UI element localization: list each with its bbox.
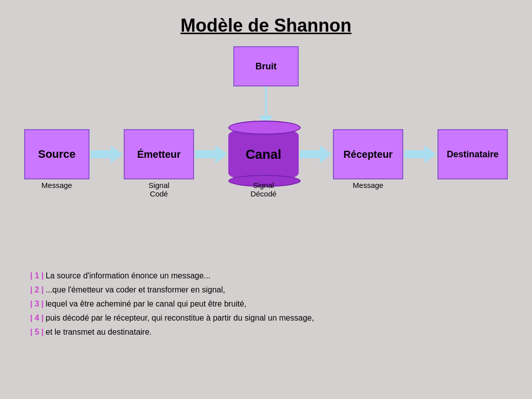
- info-list: | 1 |La source d'information énonce un m…: [30, 271, 512, 342]
- arrow-shaft-2: [195, 150, 215, 158]
- arrow-source-emetteur: [91, 145, 123, 163]
- label-signal-decode: SignalDécodé: [228, 181, 299, 198]
- emetteur-label: Émetteur: [137, 149, 181, 160]
- diagram-area: Bruit Source Émetteur Canal: [0, 41, 532, 222]
- info-number: | 4 |: [30, 314, 44, 323]
- info-text: puis décodé par le récepteur, qui recons…: [46, 314, 314, 323]
- source-label: Source: [38, 148, 76, 161]
- canal-container: Canal: [228, 127, 299, 182]
- destinataire-box: Destinataire: [437, 129, 508, 179]
- info-number: | 3 |: [30, 300, 44, 309]
- info-text: lequel va être acheminé par le canal qui…: [46, 300, 246, 309]
- arrow-head-4: [424, 145, 436, 163]
- main-row: Source Émetteur Canal Récept: [0, 127, 532, 182]
- info-text: La source d'information énonce un messag…: [46, 271, 211, 280]
- info-text: ...que l'émetteur va coder et transforme…: [46, 285, 225, 294]
- info-number: | 2 |: [30, 285, 44, 294]
- arrow-shaft-3: [300, 150, 320, 158]
- label-message1: Message: [24, 181, 90, 189]
- canal-cylinder: Canal: [228, 127, 299, 182]
- arrow-recepteur-destinataire: [404, 145, 436, 163]
- info-item: | 1 |La source d'information énonce un m…: [30, 271, 512, 280]
- info-item: | 4 |puis décodé par le récepteur, qui r…: [30, 314, 512, 323]
- arrow-head-2: [215, 145, 227, 163]
- destinataire-label: Destinataire: [447, 149, 498, 160]
- info-text: et le transmet au destinataire.: [46, 328, 152, 337]
- recepteur-box: Récepteur: [333, 129, 403, 179]
- source-box: Source: [24, 129, 90, 179]
- info-item: | 2 |...que l'émetteur va coder et trans…: [30, 285, 512, 294]
- recepteur-label: Récepteur: [343, 149, 393, 160]
- info-number: | 1 |: [30, 271, 44, 280]
- label-signal-code: SignalCodé: [123, 181, 195, 198]
- bruit-arrow-line: [265, 86, 267, 117]
- arrow-canal-recepteur: [300, 145, 332, 163]
- info-item: | 3 |lequel va être acheminé par le cana…: [30, 300, 512, 309]
- page-title: Modèle de Shannon: [0, 0, 532, 36]
- bruit-box: Bruit: [233, 46, 299, 86]
- arrow-emetteur-canal: [195, 145, 227, 163]
- info-number: | 5 |: [30, 328, 44, 337]
- labels-row: Message SignalCodé SignalDécodé Message: [0, 181, 532, 198]
- emetteur-box: Émetteur: [124, 129, 194, 179]
- label-message2: Message: [332, 181, 404, 189]
- arrow-head-3: [320, 145, 332, 163]
- arrow-head: [111, 145, 123, 163]
- canal-label: Canal: [246, 147, 282, 162]
- info-item: | 5 |et le transmet au destinataire.: [30, 328, 512, 337]
- arrow-shaft: [91, 150, 111, 158]
- arrow-shaft-4: [404, 150, 424, 158]
- bruit-label: Bruit: [255, 61, 277, 72]
